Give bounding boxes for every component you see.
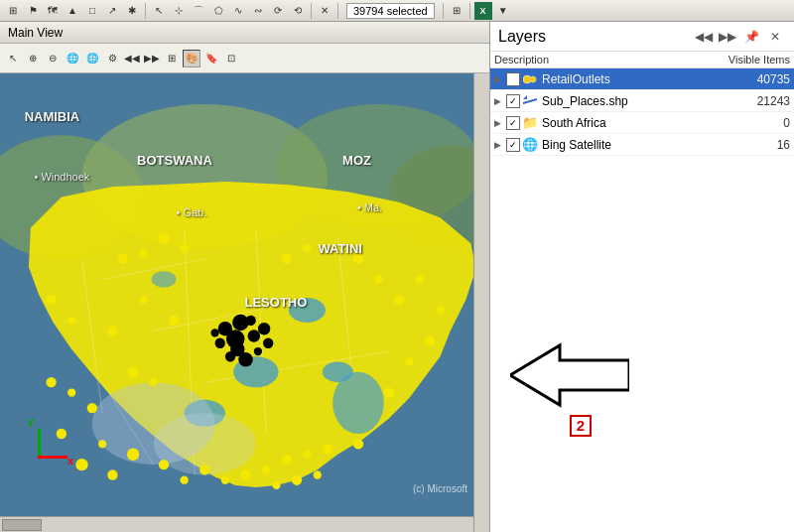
svg-point-75 (118, 254, 128, 264)
map-tool-prev[interactable]: ◀◀ (123, 50, 141, 67)
toolbar-icon-draw4[interactable]: ⟲ (289, 2, 307, 20)
layer-icon-southafrica: 📁 (522, 116, 538, 130)
layer-expand-3: ▶ (494, 118, 504, 128)
layer-count-bingsatellite: 16 (730, 138, 790, 152)
toolbar-icon-draw1[interactable]: ∿ (229, 2, 247, 20)
map-tool-arrow[interactable]: ↖ (4, 50, 22, 67)
x-label: x (67, 455, 73, 466)
toolbar-separator-3 (337, 3, 338, 19)
scroll-thumb-h[interactable] (2, 519, 42, 531)
svg-point-46 (303, 451, 311, 459)
svg-point-68 (416, 275, 424, 283)
layers-content-area: 2 (490, 301, 794, 533)
map-tool-globe1[interactable]: 🌐 (64, 50, 81, 67)
selected-count-badge: 39794 selected (346, 3, 435, 19)
map-tool-zoomout[interactable]: ⊖ (44, 50, 62, 67)
layer-check-3[interactable]: ✓ (506, 116, 520, 130)
map-tool-next[interactable]: ▶▶ (143, 50, 161, 67)
main-layout: Main View ↖ ⊕ ⊖ 🌐 🌐 ⚙ ◀◀ ▶▶ ⊞ 🎨 🔖 ⊡ (0, 22, 794, 532)
svg-point-54 (405, 357, 413, 365)
excel-icon[interactable]: X (474, 2, 492, 20)
layers-btn-pin[interactable]: 📌 (740, 26, 762, 48)
layer-count-retailoutlets: 40735 (730, 72, 790, 86)
annotation-arrow (510, 340, 629, 410)
svg-point-41 (199, 465, 209, 474)
svg-point-70 (303, 244, 311, 252)
layers-column-header: Description Visible Items (490, 52, 794, 68)
layer-icon-subplaces (522, 94, 538, 108)
toolbar-separator-1 (145, 3, 146, 19)
svg-point-53 (384, 387, 394, 397)
layer-check-2[interactable]: ✓ (506, 94, 520, 108)
svg-point-23 (248, 330, 260, 341)
layer-icon-retailoutlets (522, 72, 538, 86)
svg-point-56 (436, 306, 444, 314)
col-visible-items: Visible Items (711, 54, 790, 66)
toolbar-icon-export[interactable]: ⊞ (448, 2, 465, 20)
toolbar-icon-lasso[interactable]: ⌒ (190, 2, 207, 20)
svg-point-44 (262, 466, 270, 473)
layer-row-retailoutlets[interactable]: ▶ ✓ RetailOutlets 40735 (490, 68, 794, 90)
svg-point-57 (353, 439, 363, 449)
svg-point-73 (159, 233, 169, 243)
toolbar-icon-3[interactable]: ▲ (64, 2, 81, 20)
svg-point-49 (67, 388, 75, 396)
toolbar-icon-select[interactable]: ⊹ (170, 2, 188, 20)
layers-title: Layers (498, 28, 691, 46)
layer-row-subplaces[interactable]: ▶ ✓ Sub_Places.shp 21243 (490, 90, 794, 112)
map-tool-grid[interactable]: ⊞ (163, 50, 181, 67)
layers-btn-back[interactable]: ◀◀ (693, 26, 715, 48)
svg-point-35 (107, 469, 117, 479)
layers-btn-close[interactable]: ✕ (764, 26, 786, 48)
map-tool-zoomin[interactable]: ⊕ (24, 50, 42, 67)
layers-btn-forward[interactable]: ▶▶ (717, 26, 738, 48)
toolbar-icon-2[interactable]: ⚑ (24, 2, 42, 20)
map-tool-bookmark[interactable]: 🔖 (202, 50, 220, 67)
layer-name-southafrica: South Africa (542, 116, 730, 130)
layers-header: Layers ◀◀ ▶▶ 📌 ✕ (490, 22, 794, 52)
top-toolbar: ⊞ ⚑ 🗺 ▲ □ ↗ ✱ ↖ ⊹ ⌒ ⬠ ∿ ∾ ⟳ ⟲ ✕ 39794 se… (0, 0, 794, 22)
map-tool-layers[interactable]: 🎨 (183, 50, 200, 67)
toolbar-icon-5[interactable]: ↗ (103, 2, 121, 20)
svg-point-24 (215, 338, 225, 348)
y-label: y (28, 415, 34, 427)
svg-point-62 (67, 317, 75, 325)
south-africa-map-svg (0, 73, 489, 516)
svg-point-65 (169, 316, 179, 326)
toolbar-icon-draw3[interactable]: ⟳ (269, 2, 287, 20)
toolbar-icon-4[interactable]: □ (83, 2, 101, 20)
map-titlebar: Main View (0, 22, 489, 44)
layer-count-subplaces: 21243 (730, 94, 790, 108)
svg-point-59 (292, 475, 302, 485)
toolbar-icon-6[interactable]: ✱ (123, 2, 141, 20)
toolbar-icon-cursor[interactable]: ↖ (150, 2, 168, 20)
svg-point-26 (246, 316, 256, 326)
svg-point-51 (150, 378, 158, 386)
layer-row-bingsatellite[interactable]: ▶ ✓ 🌐 Bing Satellite 16 (490, 134, 794, 156)
toolbar-icon-draw2[interactable]: ∾ (249, 2, 267, 20)
toolbar-icon-more[interactable]: ▼ (494, 2, 512, 20)
layer-count-southafrica: 0 (730, 116, 790, 130)
toolbar-icon-poly[interactable]: ⬠ (209, 2, 227, 20)
layer-check-1[interactable]: ✓ (506, 72, 520, 86)
map-tool-settings[interactable]: ⚙ (103, 50, 121, 67)
svg-point-34 (75, 459, 87, 470)
map-scrollbar-horizontal[interactable] (0, 516, 473, 532)
toolbar-icon-close[interactable]: ✕ (316, 2, 333, 20)
svg-line-78 (523, 99, 537, 103)
toolbar-icon-1[interactable]: ⊞ (4, 2, 22, 20)
svg-point-61 (46, 295, 56, 305)
svg-point-37 (127, 449, 139, 461)
svg-point-36 (57, 429, 66, 439)
map-area[interactable]: NAMIBIA BOTSWANA MOZ WATINI LESOTHO • Wi… (0, 73, 489, 532)
toolbar-icon-map[interactable]: 🗺 (44, 2, 62, 20)
layer-row-southafrica[interactable]: ▶ ✓ 📁 South Africa 0 (490, 112, 794, 134)
map-tool-extra[interactable]: ⊡ (222, 50, 240, 67)
svg-point-31 (210, 329, 218, 336)
svg-point-72 (181, 244, 189, 252)
svg-point-32 (254, 347, 262, 355)
layer-check-4[interactable]: ✓ (506, 138, 520, 152)
map-scrollbar-vertical[interactable] (473, 73, 489, 532)
annotation-number: 2 (570, 415, 592, 437)
map-tool-globe2[interactable]: 🌐 (83, 50, 101, 67)
